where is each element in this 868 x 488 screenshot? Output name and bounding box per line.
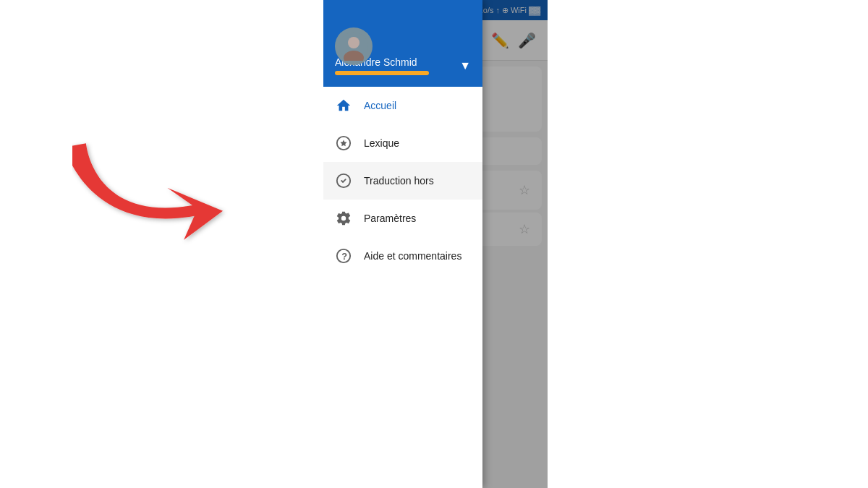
dim-overlay	[482, 0, 548, 488]
user-progress-bar	[335, 71, 429, 75]
check-circle-icon	[335, 172, 352, 189]
menu-item-lexique[interactable]: Lexique	[323, 124, 482, 162]
menu-item-traduction-hors[interactable]: Traduction hors	[323, 162, 482, 200]
svg-point-1	[348, 37, 359, 48]
phone-area: 15:45 0,4 Ko/s ↑ ⊕ WiFi ▓▓ Français ▾ ✏️…	[323, 0, 548, 488]
navigation-drawer: Alexandre Schmid ▼ Accueil	[323, 0, 482, 488]
menu-traduction-label: Traduction hors	[364, 175, 434, 187]
menu-parametres-label: Paramètres	[364, 213, 416, 224]
user-avatar	[335, 27, 373, 65]
svg-text:?: ?	[341, 251, 347, 262]
drawer-header: Alexandre Schmid ▼	[323, 0, 482, 87]
bg-left	[0, 0, 323, 488]
bg-right	[548, 0, 868, 488]
chevron-down-icon[interactable]: ▼	[459, 59, 471, 72]
menu-aide-label: Aide et commentaires	[364, 250, 461, 262]
help-circle-icon: ?	[335, 247, 352, 265]
gear-icon	[335, 210, 352, 227]
menu-item-aide[interactable]: ? Aide et commentaires	[323, 237, 482, 275]
star-circle-icon	[335, 134, 352, 152]
menu-lexique-label: Lexique	[364, 137, 399, 149]
screenshot-container: 15:45 0,4 Ko/s ↑ ⊕ WiFi ▓▓ Français ▾ ✏️…	[0, 0, 868, 488]
menu-accueil-label: Accueil	[364, 100, 396, 111]
home-icon	[335, 97, 352, 114]
menu-item-accueil[interactable]: Accueil	[323, 87, 482, 124]
menu-item-parametres[interactable]: Paramètres	[323, 200, 482, 237]
